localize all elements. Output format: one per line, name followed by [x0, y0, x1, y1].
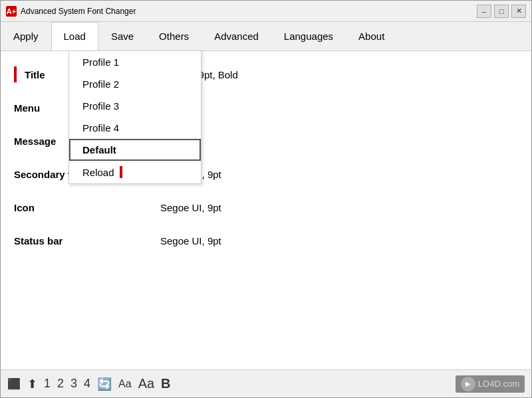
menu-others[interactable]: Others [146, 22, 201, 50]
icon-refresh[interactable]: 🔄 [97, 377, 112, 391]
dropdown-profile1[interactable]: Profile 1 [69, 51, 201, 73]
app-icon: A+ [6, 6, 17, 17]
close-button[interactable]: ✕ [511, 5, 526, 18]
app-window: A+ Advanced System Font Changer – □ ✕ Ap… [0, 0, 532, 398]
font-value-status-bar: Segoe UI, 9pt [160, 235, 221, 247]
menu-apply[interactable]: Apply [1, 22, 51, 50]
icon-bold-b[interactable]: B [161, 376, 170, 391]
menu-languages[interactable]: Languages [271, 22, 346, 50]
icon-3[interactable]: 3 [70, 377, 77, 391]
maximize-button[interactable]: □ [494, 5, 509, 18]
load-dropdown: Profile 1 Profile 2 Profile 3 Profile 4 … [68, 50, 201, 184]
title-bar-left: A+ Advanced System Font Changer [6, 6, 136, 17]
window-controls: – □ ✕ [477, 5, 526, 18]
dropdown-profile2[interactable]: Profile 2 [69, 73, 201, 95]
icon-double-up[interactable]: ⬆ [27, 377, 37, 391]
watermark-text: LO4D.com [478, 379, 519, 389]
icon-arrow-flag[interactable]: ⬛ [7, 377, 21, 390]
dropdown-reload[interactable]: Reload [69, 161, 201, 183]
bottom-status-bar: ⬛ ⬆ 1 2 3 4 🔄 Aa Aa B ▶ LO4D.com [1, 369, 531, 397]
title-bar: A+ Advanced System Font Changer – □ ✕ [1, 1, 531, 22]
title-red-marker [14, 66, 17, 82]
icon-2[interactable]: 2 [57, 377, 64, 391]
icon-4[interactable]: 4 [84, 377, 90, 391]
font-row-icon: Icon Segoe UI, 9pt [1, 191, 531, 224]
menu-about[interactable]: About [346, 22, 397, 50]
dropdown-profile3[interactable]: Profile 3 [69, 95, 201, 117]
menu-advanced[interactable]: Advanced [201, 22, 271, 50]
font-label-icon: Icon [14, 202, 160, 213]
menu-save[interactable]: Save [98, 22, 146, 50]
icon-aa-small[interactable]: Aa [118, 378, 132, 390]
font-row-status-bar: Status bar Segoe UI, 9pt [1, 224, 531, 257]
watermark-logo: ▶ [461, 377, 475, 391]
minimize-button[interactable]: – [477, 5, 491, 18]
reload-red-marker [120, 166, 122, 178]
icon-aa-large[interactable]: Aa [138, 376, 154, 391]
dropdown-profile4[interactable]: Profile 4 [69, 117, 201, 139]
font-label-status-bar: Status bar [14, 235, 160, 247]
font-value-icon: Segoe UI, 9pt [160, 202, 221, 213]
window-title: Advanced System Font Changer [21, 7, 136, 16]
menu-bar: Apply Load Save Others Advanced Language… [1, 22, 531, 51]
icon-1[interactable]: 1 [44, 377, 51, 391]
dropdown-default[interactable]: Default [69, 139, 201, 161]
menu-load[interactable]: Load [51, 22, 98, 50]
watermark: ▶ LO4D.com [456, 375, 525, 393]
